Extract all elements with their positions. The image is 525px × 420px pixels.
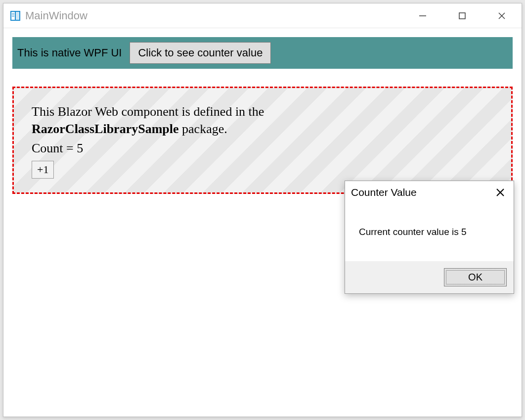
native-wpf-bar: This is native WPF UI Click to see count… [12, 37, 513, 69]
blazor-text-suffix: package. [179, 122, 227, 136]
increment-button[interactable]: +1 [32, 161, 54, 179]
main-window: MainWindow This is native WPF UI Click t… [3, 3, 522, 417]
svg-rect-1 [11, 12, 15, 20]
dialog-footer: OK [345, 261, 514, 293]
native-wpf-label: This is native WPF UI [17, 47, 122, 59]
dialog-close-button[interactable] [493, 185, 508, 200]
count-value: 5 [77, 141, 83, 155]
dialog-message-prefix: Current counter value is [359, 227, 461, 237]
counter-display: Count = 5 [32, 140, 493, 157]
show-counter-button[interactable]: Click to see counter value [130, 42, 271, 64]
ok-button[interactable]: OK [444, 268, 507, 286]
window-title: MainWindow [25, 9, 88, 22]
svg-rect-7 [459, 13, 465, 19]
dialog-message-value: 5 [461, 227, 467, 237]
blazor-component: This Blazor Web component is defined in … [12, 87, 513, 194]
dialog-title: Counter Value [351, 187, 417, 198]
maximize-button[interactable] [442, 3, 482, 28]
minimize-button[interactable] [403, 3, 442, 28]
count-label: Count = [32, 141, 77, 155]
close-button[interactable] [482, 3, 522, 28]
app-icon [10, 11, 20, 21]
blazor-text-prefix: This Blazor Web component is defined in … [32, 104, 264, 119]
blazor-description: This Blazor Web component is defined in … [32, 103, 348, 138]
svg-rect-2 [16, 12, 19, 20]
dialog-body: Current counter value is 5 [345, 203, 514, 261]
title-bar: MainWindow [3, 3, 522, 28]
dialog-title-bar: Counter Value [345, 181, 514, 203]
blazor-package-name: RazorClassLibrarySample [32, 122, 179, 136]
counter-value-dialog: Counter Value Current counter value is 5… [345, 181, 514, 294]
